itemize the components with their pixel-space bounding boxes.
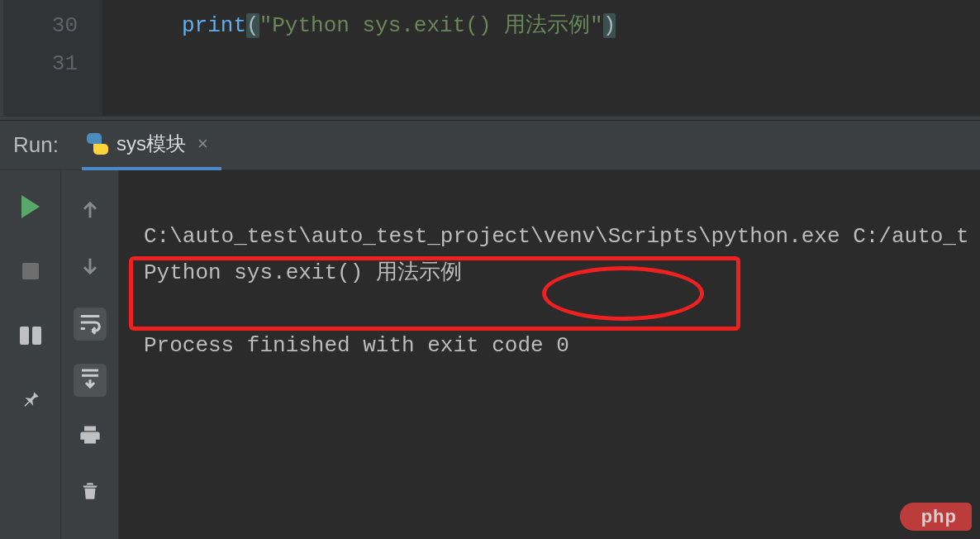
print-button[interactable] <box>74 420 107 453</box>
scroll-up-button[interactable] <box>74 195 107 228</box>
layout-button[interactable] <box>14 319 47 352</box>
arrow-down-icon <box>78 255 102 282</box>
console-output[interactable]: C:\auto_test\auto_test_project\venv\Scri… <box>119 170 980 539</box>
code-token-paren: ) <box>603 13 616 38</box>
code-token-quote: " <box>590 13 603 38</box>
code-token-paren: ( <box>246 13 259 38</box>
scroll-to-end-icon <box>78 366 102 395</box>
line-number-gutter: 30 31 <box>3 0 102 116</box>
console-line: Python sys.exit() 用法示例 <box>144 260 462 285</box>
line-number: 30 <box>3 7 78 45</box>
play-icon <box>21 195 40 218</box>
trash-icon <box>79 479 101 508</box>
run-tab[interactable]: sys模块 × <box>82 121 221 170</box>
code-area[interactable]: print("Python sys.exit() 用法示例") <box>102 0 980 116</box>
scroll-down-button[interactable] <box>74 251 107 284</box>
code-editor[interactable]: 30 31 print("Python sys.exit() 用法示例") <box>0 0 980 116</box>
code-token-quote: " <box>259 13 273 38</box>
run-tool-window-header: Run: sys模块 × <box>0 121 980 170</box>
pin-button[interactable] <box>14 384 47 417</box>
annotation-ellipse <box>542 266 704 321</box>
close-icon[interactable]: × <box>197 133 208 155</box>
run-toolbar-primary <box>0 170 61 539</box>
run-label: Run: <box>13 132 59 158</box>
soft-wrap-button[interactable] <box>74 308 107 341</box>
watermark: php <box>900 503 972 531</box>
python-icon <box>87 133 108 155</box>
run-button[interactable] <box>14 190 47 223</box>
code-token-string: Python sys.exit() 用法示例 <box>272 13 590 38</box>
scroll-to-end-button[interactable] <box>74 364 107 397</box>
console-line: C:\auto_test\auto_test_project\venv\Scri… <box>144 224 969 249</box>
print-icon <box>78 423 102 451</box>
code-token-function: print <box>182 13 246 38</box>
pin-icon <box>20 388 41 413</box>
console-line: Process finished with exit code 0 <box>144 333 569 358</box>
layout-icon <box>20 327 41 345</box>
arrow-up-icon <box>78 198 102 226</box>
run-tool-window-body: C:\auto_test\auto_test_project\venv\Scri… <box>0 170 980 539</box>
soft-wrap-icon <box>78 310 102 339</box>
line-number: 31 <box>3 45 78 83</box>
stop-button[interactable] <box>14 255 47 288</box>
run-tab-title: sys模块 <box>117 131 186 157</box>
stop-icon <box>22 263 39 279</box>
run-toolbar-secondary <box>61 170 119 539</box>
clear-all-button[interactable] <box>74 476 107 509</box>
